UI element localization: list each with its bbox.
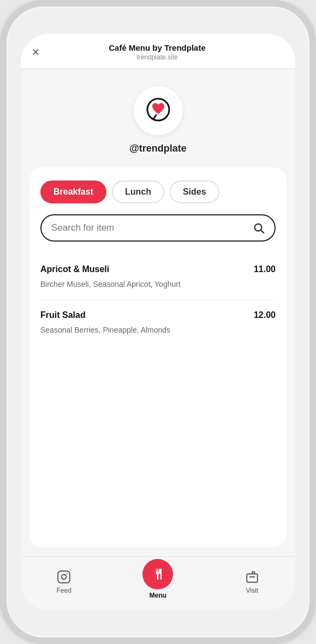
menu-item-description: Seasonal Berries, Pineapple, Almonds [40, 324, 276, 336]
tab-sides[interactable]: Sides [170, 180, 219, 203]
bottom-nav: Feed Menu [21, 556, 295, 610]
menu-item: Apricot & Museli 11.00 Bircher Museli, S… [40, 255, 276, 300]
browser-title: Café Menu by Trendplate [46, 43, 268, 53]
menu-item: Fruit Salad 12.00 Seasonal Berries, Pine… [40, 300, 276, 346]
menu-item-header: Apricot & Museli 11.00 [40, 264, 276, 274]
menu-item-name: Fruit Salad [40, 310, 86, 320]
category-tabs: Breakfast Lunch Sides [40, 180, 276, 203]
nav-menu[interactable]: Menu [142, 564, 173, 599]
menu-item-name: Apricot & Museli [40, 264, 109, 274]
cutlery-icon [151, 568, 164, 581]
search-input[interactable] [51, 222, 253, 233]
nav-feed[interactable]: Feed [56, 569, 71, 594]
nav-visit[interactable]: Visit [245, 569, 260, 594]
phone-screen: ✕ Café Menu by Trendplate trendplate.sit… [21, 34, 295, 610]
content-area: @trendplate Breakfast Lunch Sides [21, 69, 295, 556]
visit-icon [245, 569, 260, 585]
menu-item-price: 12.00 [254, 310, 276, 320]
svg-rect-5 [247, 574, 258, 582]
menu-list: Apricot & Museli 11.00 Bircher Museli, S… [40, 255, 276, 346]
nav-feed-label: Feed [56, 587, 71, 594]
svg-line-2 [261, 230, 264, 233]
search-icon [253, 222, 265, 234]
browser-url: trendplate.site [46, 53, 268, 62]
username: @trendplate [129, 143, 187, 154]
menu-item-price: 11.00 [254, 264, 276, 274]
search-bar [40, 214, 276, 242]
menu-item-header: Fruit Salad 12.00 [40, 310, 276, 320]
browser-bar: ✕ Café Menu by Trendplate trendplate.sit… [21, 34, 295, 69]
menu-button[interactable] [142, 559, 173, 589]
close-button[interactable]: ✕ [32, 46, 40, 58]
profile-section: @trendplate [21, 69, 295, 167]
tab-lunch[interactable]: Lunch [112, 180, 164, 203]
phone-frame: ✕ Café Menu by Trendplate trendplate.sit… [0, 0, 316, 644]
avatar [134, 86, 183, 135]
browser-title-area: Café Menu by Trendplate trendplate.site [46, 43, 284, 62]
heart-chat-icon [144, 97, 172, 125]
nav-menu-label: Menu [150, 592, 166, 599]
feed-icon [56, 569, 71, 585]
tab-breakfast[interactable]: Breakfast [40, 180, 106, 203]
menu-item-description: Bircher Museli, Seasonal Apricot, Yoghur… [40, 279, 276, 290]
svg-rect-3 [58, 571, 70, 583]
main-card: Breakfast Lunch Sides [29, 167, 287, 547]
nav-visit-label: Visit [246, 587, 258, 594]
